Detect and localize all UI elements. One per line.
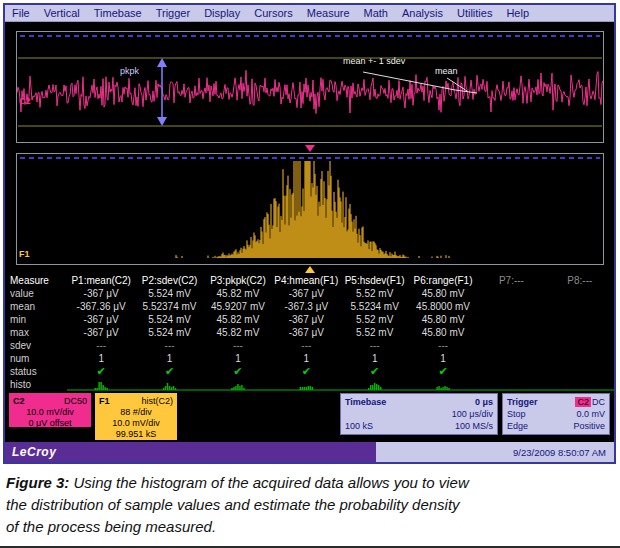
histo-icons <box>67 379 614 391</box>
footer-strip: LeCroy 9/23/2009 8:50:07 AM <box>5 442 614 462</box>
c2-scale: 10.0 mV/div <box>13 407 87 418</box>
measure-row-label: histo <box>5 379 67 390</box>
f1-histogram <box>17 154 603 264</box>
menu-item-display[interactable]: Display <box>197 7 247 19</box>
measure-cell: --- <box>341 340 409 351</box>
measure-cell: 5.524 mV <box>135 288 203 299</box>
timebase-scale: 100 μs/div <box>452 408 493 420</box>
menu-item-vertical[interactable]: Vertical <box>37 7 87 19</box>
measure-col-header[interactable]: P7:--- <box>477 275 545 286</box>
measure-row: histo <box>5 378 614 391</box>
f1-population: 99.951 kS <box>99 429 173 440</box>
menu-item-math[interactable]: Math <box>357 7 395 19</box>
trigger-source-group: C2DC <box>575 396 605 408</box>
menu-item-cursors[interactable]: Cursors <box>247 7 300 19</box>
measure-col-header[interactable]: P4:hmean(F1) <box>272 275 340 286</box>
menu-item-trigger[interactable]: Trigger <box>149 7 197 19</box>
trigger-slope: Positive <box>573 420 605 432</box>
measure-cell: ✔ <box>341 365 409 378</box>
measure-cell: --- <box>272 340 340 351</box>
measure-table: MeasureP1:mean(C2)P2:sdev(C2)P3:pkpk(C2)… <box>5 274 614 391</box>
menu-item-analysis[interactable]: Analysis <box>395 7 450 19</box>
measure-cell: 45.82 mV <box>204 314 272 325</box>
measure-cell: ✔ <box>272 365 340 378</box>
measure-row-label: sdev <box>5 340 67 351</box>
measure-cell: ✔ <box>204 365 272 378</box>
f1-title: F1 <box>99 395 110 407</box>
measure-row: sdev------------------ <box>5 339 614 352</box>
measure-cell: 5.524 mV <box>135 327 203 338</box>
trigger-mode: Stop <box>507 408 526 420</box>
timebase-position: 0 μs <box>475 396 493 408</box>
measure-cell: ✔ <box>409 365 477 378</box>
measure-cell: --- <box>204 340 272 351</box>
c2-descriptor[interactable]: C2 DC50 10.0 mV/div 0 μV offset <box>9 393 91 427</box>
measure-row: max-367 μV5.524 mV45.82 mV-367 μV5.52 mV… <box>5 326 614 339</box>
figure-caption-label: Figure 3: <box>6 474 69 491</box>
figure-caption: Figure 3: Using the histogram of the acq… <box>6 472 474 537</box>
pkpk-annotation: pkpk <box>120 66 139 76</box>
measure-cell: 5.5234 mV <box>341 301 409 312</box>
measure-cell: 5.52 mV <box>341 327 409 338</box>
measure-cell: 1 <box>409 353 477 364</box>
measure-row: status✔✔✔✔✔✔ <box>5 365 614 378</box>
timebase-rate: 100 MS/s <box>455 420 493 432</box>
measure-cell: -367 μV <box>272 288 340 299</box>
c2-offset: 0 μV offset <box>13 418 87 429</box>
timebase-descriptor[interactable]: Timebase 0 μs 100 μs/div 100 kS 100 MS/s <box>340 393 498 435</box>
measure-row-label: num <box>5 353 67 364</box>
menu-item-utilities[interactable]: Utilities <box>450 7 499 19</box>
measure-row-label: value <box>5 288 67 299</box>
menu-item-timebase[interactable]: Timebase <box>87 7 149 19</box>
measure-cell: 1 <box>135 353 203 364</box>
measure-col-header[interactable]: P6:range(F1) <box>409 275 477 286</box>
menu-item-help[interactable]: Help <box>499 7 536 19</box>
measure-col-header[interactable]: P2:sdev(C2) <box>135 275 203 286</box>
figure-caption-text: Using the histogram of the acquired data… <box>6 474 469 535</box>
measure-cell: 5.52 mV <box>341 314 409 325</box>
descriptor-row: C2 DC50 10.0 mV/div 0 μV offset F1 hist(… <box>5 391 614 442</box>
measure-cell: 1 <box>204 353 272 364</box>
waveform-display: pkpk mean +- 1 sdev mean C2 F1 <box>5 22 614 274</box>
oscilloscope-screen: FileVerticalTimebaseTriggerDisplayCursor… <box>3 3 616 464</box>
menu-item-file[interactable]: File <box>5 7 37 19</box>
trigger-descriptor[interactable]: Trigger C2DC Stop 0.0 mV Edge Positive <box>502 393 610 435</box>
measure-col-header[interactable]: P3:pkpk(C2) <box>204 275 272 286</box>
measure-cell: -367 μV <box>272 327 340 338</box>
trigger-type: Edge <box>507 420 528 432</box>
measure-cell: ✔ <box>67 365 135 378</box>
mean-sdev-annotation: mean +- 1 sdev <box>343 56 405 66</box>
measure-cell: --- <box>409 340 477 351</box>
measure-cell: 45.8000 mV <box>409 301 477 312</box>
measure-cell: 45.9207 mV <box>204 301 272 312</box>
measure-cell: -367.36 μV <box>67 301 135 312</box>
timebase-samples: 100 kS <box>345 420 373 432</box>
histogram-origin-marker-icon <box>305 266 315 273</box>
measure-cell: 1 <box>272 353 340 364</box>
measure-cell: 5.52374 mV <box>135 301 203 312</box>
measure-cell: 5.524 mV <box>135 314 203 325</box>
measure-cell: 45.80 mV <box>409 314 477 325</box>
f1-descriptor[interactable]: F1 hist(C2) 88 #/div 10.0 mV/div 99.951 … <box>95 393 177 440</box>
menu-item-measure[interactable]: Measure <box>300 7 357 19</box>
trigger-source: C2 <box>575 397 591 407</box>
measure-cell: -367 μV <box>67 314 135 325</box>
mean-annotation: mean <box>435 66 458 76</box>
measure-col-header[interactable]: P1:mean(C2) <box>67 275 135 286</box>
measure-title: Measure <box>5 275 67 286</box>
measure-cell: --- <box>135 340 203 351</box>
lecroy-logo: LeCroy <box>5 445 56 459</box>
measure-col-header[interactable]: P5:hsdev(F1) <box>341 275 409 286</box>
measure-cell: 5.52 mV <box>341 288 409 299</box>
measure-cell: -367 μV <box>272 314 340 325</box>
measure-header-row: MeasureP1:mean(C2)P2:sdev(C2)P3:pkpk(C2)… <box>5 274 614 287</box>
measure-cell: -367.3 μV <box>272 301 340 312</box>
measure-cell: 45.82 mV <box>204 327 272 338</box>
measure-col-header[interactable]: P8:--- <box>546 275 614 286</box>
trigger-title: Trigger <box>507 396 538 408</box>
measure-cell: 45.80 mV <box>409 327 477 338</box>
measure-row-label: mean <box>5 301 67 312</box>
measure-cell: -367 μV <box>67 288 135 299</box>
c2-noise-trace <box>17 32 603 142</box>
waveform-grid: pkpk mean +- 1 sdev mean C2 <box>16 31 604 143</box>
